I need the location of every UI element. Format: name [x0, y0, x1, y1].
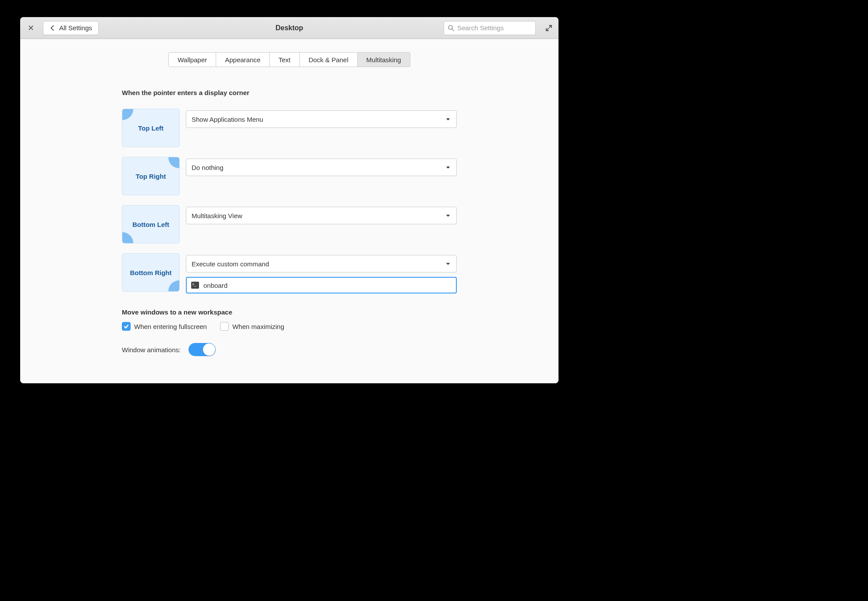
settings-window: ✕ All Settings Desktop WallpaperAppearan… — [20, 17, 559, 383]
corner-label: Bottom Right — [130, 269, 172, 276]
search-field[interactable] — [444, 21, 536, 35]
close-icon[interactable]: ✕ — [25, 23, 36, 33]
fullscreen-label: When entering fullscreen — [134, 323, 207, 330]
animations-toggle[interactable] — [189, 343, 216, 356]
corner-controls-tl: Show Applications Menu — [186, 109, 457, 128]
tab-appearance[interactable]: Appearance — [216, 52, 270, 67]
corner-row-tr: Top RightDo nothing — [122, 157, 457, 195]
page-title: Desktop — [275, 24, 303, 32]
corner-tile-bl: Bottom Left — [122, 205, 180, 244]
chevron-down-icon — [445, 261, 451, 267]
tab-dock-panel[interactable]: Dock & Panel — [299, 52, 358, 67]
titlebar-right — [444, 21, 553, 35]
select-value: Execute custom command — [192, 260, 269, 268]
tab-bar: WallpaperAppearanceTextDock & PanelMulti… — [20, 52, 559, 67]
corner-controls-br: Execute custom command — [186, 253, 457, 293]
chevron-down-icon — [445, 116, 451, 122]
corner-controls-bl: Multitasking View — [186, 205, 457, 224]
corner-action-select-br[interactable]: Execute custom command — [186, 255, 457, 272]
content: WallpaperAppearanceTextDock & PanelMulti… — [20, 39, 559, 383]
animations-label: Window animations: — [122, 346, 181, 354]
corner-indicator-icon — [122, 232, 133, 244]
corner-action-select-tl[interactable]: Show Applications Menu — [186, 110, 457, 128]
tab-wallpaper[interactable]: Wallpaper — [168, 52, 216, 67]
titlebar: ✕ All Settings Desktop — [20, 17, 559, 39]
hotcorners-title: When the pointer enters a display corner — [122, 89, 457, 96]
corner-label: Top Left — [138, 124, 164, 132]
terminal-icon — [191, 282, 199, 289]
animations-row: Window animations: — [122, 343, 457, 356]
select-value: Do nothing — [192, 164, 224, 171]
maximize-icon[interactable] — [544, 24, 553, 32]
corner-tile-tr: Top Right — [122, 157, 180, 195]
corner-command-input-br[interactable] — [186, 277, 457, 293]
search-input[interactable] — [457, 24, 532, 32]
tab-multitasking[interactable]: Multitasking — [357, 52, 410, 67]
corner-indicator-icon — [168, 157, 180, 168]
search-icon — [448, 25, 455, 32]
corner-tile-br: Bottom Right — [122, 253, 180, 292]
hotcorners-section: When the pointer enters a display corner… — [122, 89, 457, 293]
corner-controls-tr: Do nothing — [186, 157, 457, 176]
corner-label: Top Right — [136, 173, 166, 180]
workspace-title: Move windows to a new workspace — [122, 308, 457, 316]
corner-action-select-tr[interactable]: Do nothing — [186, 159, 457, 176]
svg-line-1 — [452, 29, 454, 31]
workspace-checkboxes: When entering fullscreen When maximizing — [122, 322, 457, 331]
chevron-down-icon — [445, 212, 451, 219]
tab-text[interactable]: Text — [269, 52, 300, 67]
select-value: Show Applications Menu — [192, 116, 263, 123]
maximize-label: When maximizing — [232, 323, 284, 330]
workspace-section: Move windows to a new workspace When ent… — [122, 308, 457, 356]
corner-row-br: Bottom RightExecute custom command — [122, 253, 457, 293]
fullscreen-checkbox[interactable]: When entering fullscreen — [122, 322, 207, 331]
corner-row-tl: Top LeftShow Applications Menu — [122, 109, 457, 147]
corner-indicator-icon — [122, 109, 133, 120]
command-text[interactable] — [203, 282, 452, 289]
corner-tile-tl: Top Left — [122, 109, 180, 147]
maximize-checkbox[interactable]: When maximizing — [220, 322, 284, 331]
all-settings-button[interactable]: All Settings — [43, 21, 99, 35]
corner-row-bl: Bottom LeftMultitasking View — [122, 205, 457, 244]
arrow-left-icon — [50, 25, 56, 31]
corner-action-select-bl[interactable]: Multitasking View — [186, 207, 457, 224]
corner-indicator-icon — [168, 280, 180, 292]
select-value: Multitasking View — [192, 212, 242, 219]
chevron-down-icon — [445, 164, 451, 170]
corner-label: Bottom Left — [132, 221, 169, 228]
back-label: All Settings — [59, 24, 92, 32]
